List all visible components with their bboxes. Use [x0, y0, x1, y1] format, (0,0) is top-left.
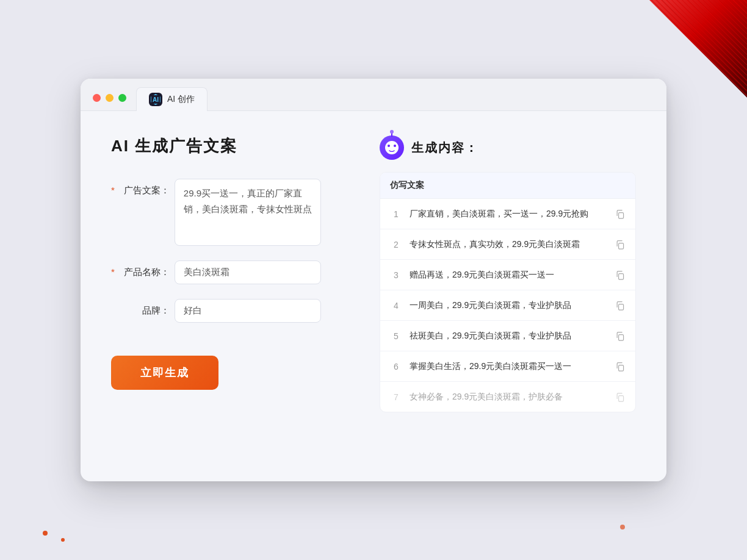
result-text: 专抹女性斑点，真实功效，29.9元美白淡斑霜: [410, 238, 607, 251]
results-body: 1厂家直销，美白淡斑霜，买一送一，29.9元抢购2专抹女性斑点，真实功效，29.…: [380, 199, 635, 412]
result-row: 1厂家直销，美白淡斑霜，买一送一，29.9元抢购: [380, 199, 635, 229]
output-header: 生成内容：: [380, 135, 636, 160]
result-text: 赠品再送，29.9元美白淡斑霜买一送一: [410, 268, 607, 281]
brand-input[interactable]: [175, 299, 321, 323]
close-button[interactable]: [93, 94, 101, 102]
left-panel: AI 生成广告文案 * 广告文案： * 产品名称： * 品牌： 立即生成: [111, 135, 343, 440]
dot-decoration-2: [61, 538, 65, 542]
output-title: 生成内容：: [411, 140, 478, 156]
result-number: 5: [390, 331, 402, 341]
browser-tab[interactable]: AI AI 创作: [136, 87, 208, 111]
dot-decoration-3: [620, 525, 625, 529]
product-required: *: [111, 260, 115, 277]
svg-rect-5: [619, 365, 624, 371]
ad-copy-input[interactable]: [175, 179, 321, 246]
results-header: 仿写文案: [380, 173, 635, 199]
product-name-label: 产品名称：: [121, 260, 170, 278]
page-title: AI 生成广告文案: [111, 135, 343, 157]
bot-face: [385, 141, 399, 154]
right-panel: 生成内容： 仿写文案 1厂家直销，美白淡斑霜，买一送一，29.9元抢购2专抹女性…: [380, 135, 636, 440]
svg-rect-6: [619, 395, 624, 401]
brand-label: 品牌：: [121, 299, 170, 317]
copy-icon[interactable]: [615, 239, 626, 250]
bot-icon: [380, 135, 404, 160]
dot-decoration-1: [43, 531, 48, 536]
result-text: 女神必备，29.9元美白淡斑霜，护肤必备: [410, 390, 607, 403]
result-row: 2专抹女性斑点，真实功效，29.9元美白淡斑霜: [380, 229, 635, 260]
result-row: 4一周美白，29.9元美白淡斑霜，专业护肤品: [380, 290, 635, 321]
bot-antenna: [391, 132, 392, 137]
product-name-input[interactable]: [175, 260, 321, 284]
product-name-row: * 产品名称：: [111, 260, 343, 284]
copy-icon[interactable]: [615, 361, 626, 372]
svg-rect-3: [619, 304, 624, 310]
svg-rect-2: [619, 273, 624, 279]
tab-icon-text: AI: [153, 96, 159, 103]
ad-copy-required: *: [111, 179, 115, 195]
minimize-button[interactable]: [106, 94, 114, 102]
result-row: 7女神必备，29.9元美白淡斑霜，护肤必备: [380, 382, 635, 412]
window-controls: [93, 94, 126, 110]
result-text: 厂家直销，美白淡斑霜，买一送一，29.9元抢购: [410, 207, 607, 220]
generate-button[interactable]: 立即生成: [111, 356, 218, 390]
svg-rect-4: [619, 334, 624, 340]
result-number: 6: [390, 362, 402, 372]
result-number: 4: [390, 301, 402, 311]
result-number: 2: [390, 240, 402, 249]
result-number: 1: [390, 209, 402, 219]
svg-rect-0: [619, 212, 624, 218]
copy-icon[interactable]: [615, 270, 626, 281]
main-content: AI 生成广告文案 * 广告文案： * 产品名称： * 品牌： 立即生成: [81, 111, 666, 465]
result-text: 掌握美白生活，29.9元美白淡斑霜买一送一: [410, 360, 607, 373]
tab-title: AI 创作: [167, 94, 195, 105]
tab-icon: AI: [149, 93, 162, 106]
copy-icon[interactable]: [615, 331, 626, 342]
title-bar: AI AI 创作: [81, 79, 666, 111]
result-row: 6掌握美白生活，29.9元美白淡斑霜买一送一: [380, 351, 635, 382]
result-row: 3赠品再送，29.9元美白淡斑霜买一送一: [380, 260, 635, 290]
browser-window: AI AI 创作 AI 生成广告文案 * 广告文案： * 产品名称： *: [81, 79, 666, 481]
ad-copy-label: 广告文案：: [121, 179, 170, 196]
maximize-button[interactable]: [118, 94, 126, 102]
copy-icon[interactable]: [615, 392, 626, 403]
result-row: 5祛斑美白，29.9元美白淡斑霜，专业护肤品: [380, 321, 635, 351]
result-text: 一周美白，29.9元美白淡斑霜，专业护肤品: [410, 299, 607, 312]
ad-copy-row: * 广告文案：: [111, 179, 343, 246]
copy-icon[interactable]: [615, 300, 626, 311]
svg-rect-1: [619, 243, 624, 249]
copy-icon[interactable]: [615, 209, 626, 220]
result-number: 7: [390, 392, 402, 402]
result-text: 祛斑美白，29.9元美白淡斑霜，专业护肤品: [410, 329, 607, 342]
brand-row: * 品牌：: [111, 299, 343, 323]
results-table: 仿写文案 1厂家直销，美白淡斑霜，买一送一，29.9元抢购2专抹女性斑点，真实功…: [380, 172, 636, 412]
result-number: 3: [390, 270, 402, 280]
